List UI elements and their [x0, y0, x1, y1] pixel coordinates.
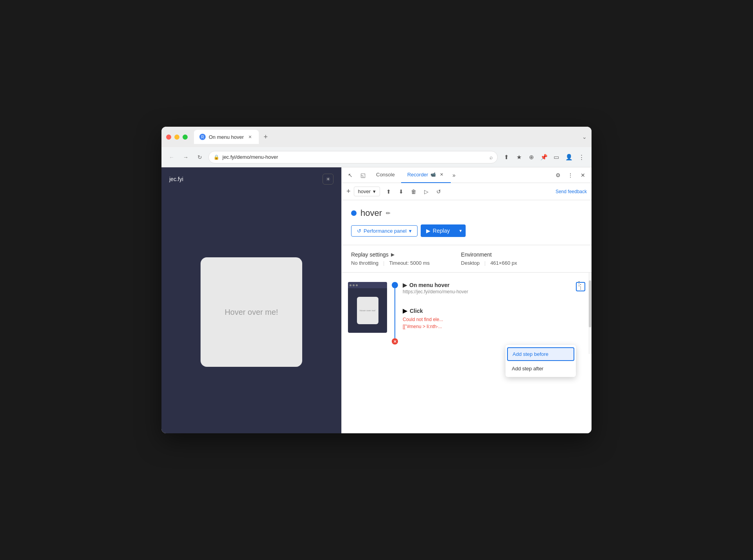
webpage-header: jec.fyi ☀ — [161, 167, 341, 191]
tab-favicon: R — [199, 134, 206, 140]
tab-title: On menu hover — [209, 134, 244, 140]
environment-type: Desktop — [461, 260, 480, 266]
thumb-text: Hover over me! — [359, 309, 375, 312]
export-button[interactable]: ⬆ — [383, 186, 394, 197]
recording-dropdown-icon: ▾ — [373, 188, 376, 194]
environment-size: 461×660 px — [490, 260, 517, 266]
recorder-toolbar: + hover ▾ ⬆ ⬇ 🗑 ▷ ↺ Send feedback — [342, 183, 592, 200]
perf-panel-label: Performance panel — [364, 228, 407, 234]
forward-button[interactable]: → — [180, 152, 191, 163]
sun-icon: ☀ — [326, 176, 331, 182]
step-row: ▶ Click — [403, 307, 571, 314]
titlebar: R On menu hover ✕ + ⌄ — [161, 127, 592, 147]
settings-divider-1: | — [383, 260, 384, 266]
thumb-dot-3 — [356, 284, 358, 286]
settings-divider-2: | — [484, 260, 486, 266]
item-more-button[interactable]: ⋮ — [574, 279, 584, 288]
back-button[interactable]: ← — [166, 152, 177, 163]
perf-refresh-icon: ↺ — [357, 228, 361, 234]
context-menu: Add step before Add step after — [506, 345, 576, 377]
recorder-action-buttons: ↺ Performance panel ▾ ▶ Replay ▾ — [351, 224, 582, 237]
error-text-content: Could not find ele...[["#menu > li:nth-.… — [403, 317, 443, 329]
item-title-text: On menu hover — [409, 282, 450, 288]
devtools-settings-icon[interactable]: ⚙ — [552, 170, 563, 181]
sidebar-icon[interactable]: ▭ — [551, 152, 562, 163]
send-feedback-link[interactable]: Send feedback — [556, 189, 587, 194]
bookmark-icon[interactable]: ★ — [513, 152, 524, 163]
delete-recording-button[interactable]: 🗑 — [408, 186, 419, 197]
recorder-title: hover — [360, 208, 382, 218]
browser-window: R On menu hover ✕ + ⌄ ← → ↻ 🔒 jec.fyi/de… — [161, 127, 592, 433]
timeline-line — [394, 288, 395, 338]
replay-settings-title-row: Replay settings ▶ — [351, 251, 430, 258]
play-recording-button[interactable]: ▷ — [421, 186, 432, 197]
more-tabs-button[interactable]: » — [451, 172, 457, 178]
extension-puzzle-icon[interactable]: ⊕ — [526, 152, 537, 163]
devtools-tabs: Console Recorder 📹 ✕ » — [370, 167, 551, 183]
replay-main-button[interactable]: ▶ Replay — [421, 224, 455, 237]
settings-two-col: Replay settings ▶ No throttling | Timeou… — [351, 251, 582, 266]
reload-button[interactable]: ↻ — [194, 152, 205, 163]
traffic-lights — [166, 135, 188, 140]
timeout-value: Timeout: 5000 ms — [389, 260, 430, 266]
address-bar: ← → ↻ 🔒 jec.fyi/demo/menu-hover ⌕ ⬆ ★ ⊕ … — [161, 147, 592, 167]
devtools-toolbar-right: ⚙ ⋮ ✕ — [552, 170, 588, 181]
devtools-toolbar: ↖ ◱ Console Recorder 📹 ✕ » ⚙ ⋮ ✕ — [342, 167, 592, 183]
recording-status-dot — [351, 210, 357, 216]
environment-title-row: Environment — [461, 251, 517, 258]
add-step-after-item[interactable]: Add step after — [506, 362, 576, 375]
replay-settings-values: No throttling | Timeout: 5000 ms — [351, 260, 430, 266]
devtools-more-icon[interactable]: ⋮ — [565, 170, 576, 181]
add-step-before-item[interactable]: Add step before — [507, 347, 574, 361]
replay-settings-col: Replay settings ▶ No throttling | Timeou… — [351, 251, 430, 266]
extension-pin-icon[interactable]: 📌 — [538, 152, 549, 163]
item-content: ▶ On menu hover https://jec.fyi/demo/men… — [403, 282, 571, 330]
share-icon[interactable]: ⬆ — [501, 152, 512, 163]
recording-toolbar-icons: ⬆ ⬇ 🗑 ▷ ↺ — [383, 186, 444, 197]
address-icons: ⬆ ★ ⊕ 📌 ▭ 👤 ⋮ — [501, 152, 587, 163]
devtools-close-icon[interactable]: ✕ — [577, 170, 588, 181]
replay-play-icon: ▶ — [426, 228, 430, 234]
tab-close-button[interactable]: ✕ — [247, 134, 253, 140]
maximize-button[interactable] — [183, 135, 188, 140]
recorder-tab-label: Recorder — [407, 172, 428, 178]
tab-console[interactable]: Console — [370, 167, 401, 183]
tab-recorder[interactable]: Recorder 📹 ✕ — [401, 167, 451, 183]
url-text: jec.fyi/demo/menu-hover — [222, 154, 486, 160]
tab-active[interactable]: R On menu hover ✕ — [194, 130, 259, 144]
timeline-dot-error: ✕ — [392, 338, 398, 345]
rerun-button[interactable]: ↺ — [433, 186, 444, 197]
url-bar[interactable]: 🔒 jec.fyi/demo/menu-hover ⌕ — [208, 151, 498, 163]
recorder-tab-close[interactable]: ✕ — [438, 172, 445, 178]
replay-settings-arrow: ▶ — [391, 252, 394, 257]
chrome-menu-icon[interactable]: ⋮ — [576, 152, 587, 163]
element-selector-icon[interactable]: ↖ — [345, 170, 356, 181]
main-content: jec.fyi ☀ Hover over me! ↖ ◱ Console — [161, 167, 592, 433]
new-tab-button[interactable]: + — [260, 131, 271, 142]
recorder-title-row: hover ✏ — [351, 208, 582, 218]
environment-values: Desktop | 461×660 px — [461, 260, 517, 266]
responsive-mode-icon[interactable]: ◱ — [357, 170, 368, 181]
theme-toggle[interactable]: ☀ — [323, 174, 333, 185]
profile-icon[interactable]: 👤 — [563, 152, 574, 163]
import-button[interactable]: ⬇ — [396, 186, 407, 197]
webpage-panel: jec.fyi ☀ Hover over me! — [161, 167, 341, 433]
tab-expand-icon[interactable]: ⌄ — [582, 134, 587, 140]
thumb-preview-box: Hover over me! — [357, 297, 378, 324]
replay-dropdown-button[interactable]: ▾ — [455, 228, 466, 233]
thumb-dot-1 — [350, 284, 351, 286]
item-thumbnail: Hover over me! — [348, 282, 387, 333]
step-error: Could not find ele...[["#menu > li:nth-.… — [403, 316, 571, 330]
hover-target[interactable]: Hover over me! — [201, 257, 302, 367]
performance-panel-button[interactable]: ↺ Performance panel ▾ — [351, 225, 418, 237]
search-lens-icon: ⌕ — [489, 154, 493, 160]
item-more-menu[interactable]: ⋮ — [574, 279, 584, 288]
recording-selector[interactable]: hover ▾ — [354, 187, 380, 196]
throttling-value: No throttling — [351, 260, 378, 266]
close-button[interactable] — [166, 135, 171, 140]
minimize-button[interactable] — [174, 135, 179, 140]
add-recording-button[interactable]: + — [346, 187, 351, 196]
thumb-header — [348, 282, 387, 288]
recorder-header: hover ✏ ↺ Performance panel ▾ ▶ Replay — [342, 200, 592, 245]
edit-title-icon[interactable]: ✏ — [386, 210, 391, 216]
